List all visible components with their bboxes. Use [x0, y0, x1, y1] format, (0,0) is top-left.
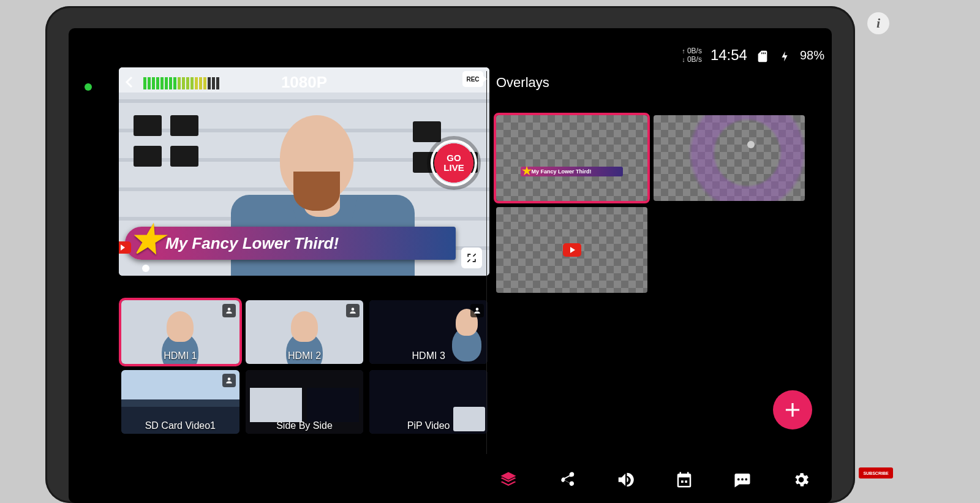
battery-percent: 98% [800, 48, 824, 62]
add-overlay-button[interactable] [773, 390, 812, 429]
subscribe-badge[interactable]: SUBSCRIBE [859, 467, 893, 478]
source-hdmi-2[interactable]: HDMI 2 [246, 300, 364, 364]
person-icon [222, 374, 236, 387]
resolution-label: 1080P [281, 73, 327, 92]
tab-layers[interactable] [496, 467, 521, 492]
charging-icon [778, 50, 791, 61]
tab-schedule[interactable] [672, 467, 696, 492]
person-icon [346, 304, 360, 317]
back-chevron-icon[interactable] [123, 75, 137, 89]
fullscreen-button[interactable] [461, 248, 482, 268]
status-dot [85, 83, 92, 91]
device-frame: i SUBSCRIBE 0B/s 0B/s 14:54 98% [45, 6, 855, 503]
overlay-lower-third[interactable]: My Fancy Lower Third! [496, 115, 647, 201]
sd-card-icon [756, 50, 769, 61]
lower-third-overlay: ★ My Fancy Lower Third! [125, 227, 456, 260]
status-bar: 0B/s 0B/s 14:54 98% [682, 43, 824, 67]
source-side-by-side[interactable]: Side By Side [246, 370, 364, 434]
youtube-icon [563, 243, 581, 257]
go-live-button[interactable]: GO LIVE [431, 140, 477, 186]
source-label: Side By Side [246, 420, 364, 431]
record-button[interactable]: REC [462, 71, 483, 87]
source-hdmi-1[interactable]: HDMI 1 [121, 300, 239, 364]
overlay-lens-flare[interactable] [654, 115, 805, 201]
audio-meter [143, 75, 219, 89]
overlay-mini-text: My Fancy Lower Third! [521, 167, 624, 176]
star-icon: ★ [129, 217, 164, 262]
source-label: HDMI 3 [369, 350, 488, 361]
lower-third-text: My Fancy Lower Third! [165, 234, 339, 253]
tab-share[interactable] [555, 467, 579, 492]
bottom-tab-bar [496, 467, 813, 492]
overlay-youtube-bug[interactable] [496, 207, 647, 293]
source-label: HDMI 1 [121, 350, 239, 361]
source-label: PiP Video [369, 420, 488, 431]
source-sd-card[interactable]: SD Card Video1 [121, 370, 239, 434]
tab-audio[interactable] [613, 467, 638, 492]
tab-settings[interactable] [789, 467, 813, 492]
network-rate: 0B/s 0B/s [682, 47, 702, 64]
person-icon [470, 304, 484, 317]
clock: 14:54 [710, 47, 747, 64]
program-preview: 1080P REC GO LIVE ★ My Fancy Lower Third… [119, 67, 489, 276]
person-icon [222, 304, 236, 317]
overlay-grid: My Fancy Lower Third! [496, 115, 805, 293]
source-pip[interactable]: PiP Video [369, 370, 488, 434]
pager-dot [142, 265, 149, 272]
source-label: HDMI 2 [246, 350, 364, 361]
app-screen: 0B/s 0B/s 14:54 98% [69, 28, 832, 503]
info-icon[interactable]: i [867, 12, 889, 34]
source-grid: HDMI 1 HDMI 2 HDMI 3 SD Card Video1 Side… [121, 300, 488, 434]
panel-divider [486, 71, 487, 454]
tab-chat[interactable] [730, 467, 755, 492]
overlays-heading: Overlays [496, 75, 549, 91]
source-label: SD Card Video1 [121, 420, 239, 431]
source-hdmi-3[interactable]: HDMI 3 [369, 300, 488, 364]
